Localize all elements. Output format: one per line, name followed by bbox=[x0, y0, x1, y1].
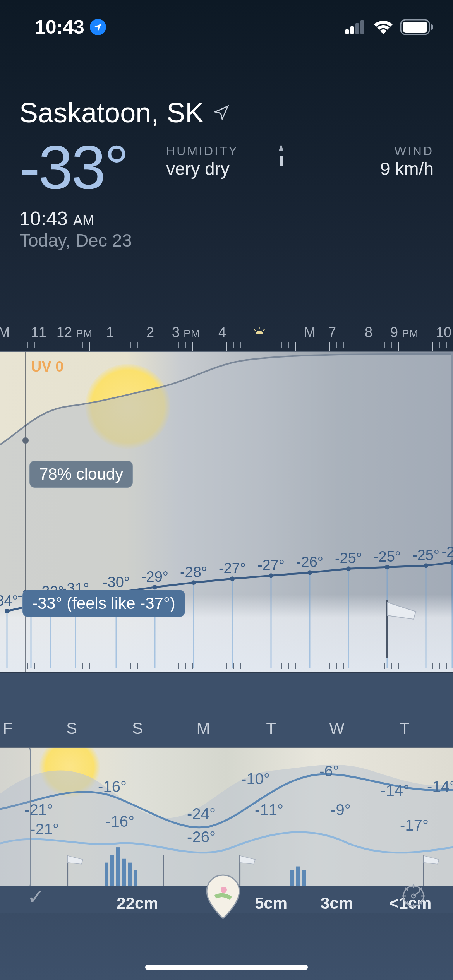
day-label: F bbox=[3, 719, 13, 738]
ruler-hour: 8 bbox=[365, 324, 372, 341]
day-label: S bbox=[132, 719, 143, 738]
hourly-time-ruler[interactable]: M1112 PM123 PM4M789 PM10 4:58 PM bbox=[0, 320, 453, 351]
wifi-icon bbox=[373, 20, 393, 34]
ruler-hour: 2 bbox=[146, 324, 154, 341]
battery-icon bbox=[400, 19, 434, 35]
hourly-temp-label: -25° bbox=[335, 550, 362, 567]
svg-point-39 bbox=[269, 573, 273, 578]
hourly-temp-label: -29° bbox=[141, 569, 168, 585]
svg-marker-62 bbox=[424, 856, 439, 864]
svg-marker-60 bbox=[68, 856, 83, 864]
svg-rect-2 bbox=[355, 23, 359, 34]
svg-point-38 bbox=[230, 576, 235, 581]
ruler-hour: 9 PM bbox=[390, 324, 418, 341]
hourly-forecast-chart[interactable]: UV 0 78% cloudy 34°-33°-32°-31°-30°-29°-… bbox=[0, 351, 453, 673]
hourly-temp-label: -26° bbox=[296, 554, 323, 571]
svg-marker-46 bbox=[387, 602, 416, 619]
hourly-temp-label: -27° bbox=[257, 557, 285, 574]
current-temp-pill: -33° (feels like -37°) bbox=[22, 590, 185, 617]
hourly-temp-label: -25° bbox=[412, 547, 439, 564]
sunset-icon bbox=[252, 327, 267, 334]
day-label: W bbox=[329, 719, 345, 738]
ruler-hour: 1 bbox=[106, 324, 114, 341]
svg-point-63 bbox=[221, 887, 227, 893]
current-temperature: -33° bbox=[19, 136, 127, 198]
svg-point-41 bbox=[346, 566, 351, 571]
day-label: T bbox=[266, 719, 276, 738]
svg-rect-1 bbox=[350, 26, 354, 34]
humidity-value: very dry bbox=[166, 158, 239, 179]
sunset-time: 4:58 PM bbox=[237, 320, 282, 338]
ruler-hour: 12 PM bbox=[57, 324, 92, 341]
checkmark-button[interactable]: ✓ bbox=[27, 885, 45, 909]
svg-line-14 bbox=[263, 329, 265, 331]
svg-rect-6 bbox=[431, 24, 433, 30]
svg-marker-9 bbox=[279, 144, 283, 151]
status-bar: 10:43 bbox=[0, 0, 453, 46]
svg-marker-61 bbox=[240, 856, 256, 864]
hourly-temp-label: -27° bbox=[219, 560, 246, 577]
wind-label: WIND bbox=[380, 144, 434, 158]
status-right bbox=[345, 19, 434, 35]
weather-header: Saskatoon, SK -33° HUMIDITY very dry WIN… bbox=[0, 46, 453, 251]
hourly-temp-label: -24 bbox=[442, 544, 453, 560]
svg-point-40 bbox=[307, 570, 312, 575]
svg-point-42 bbox=[385, 565, 390, 569]
settings-button[interactable] bbox=[401, 884, 426, 910]
location-arrow-outline-icon bbox=[213, 104, 230, 121]
hourly-temp-label: -28° bbox=[180, 564, 207, 581]
humidity-label: HUMIDITY bbox=[166, 144, 239, 158]
day-label: T bbox=[400, 719, 410, 738]
ruler-hour: 3 PM bbox=[172, 324, 200, 341]
day-label: M bbox=[197, 719, 210, 738]
svg-rect-3 bbox=[360, 20, 364, 34]
svg-rect-5 bbox=[403, 22, 427, 33]
svg-point-11 bbox=[256, 331, 263, 334]
ruler-hour: 10 bbox=[436, 324, 451, 341]
current-time: 10:43 AM bbox=[19, 207, 434, 230]
hourly-temp-label: -30° bbox=[103, 574, 130, 591]
ruler-hour: M bbox=[0, 324, 10, 341]
cellular-icon bbox=[345, 20, 366, 34]
daily-forecast-chart[interactable]: -21°-16°-16°-24°-10°-11°-6°-9°-14°-14°-1… bbox=[0, 747, 453, 886]
wind-value: 9 km/h bbox=[380, 158, 434, 179]
home-indicator[interactable] bbox=[145, 965, 308, 970]
ruler-hour: 4 bbox=[218, 324, 226, 341]
location-arrow-icon bbox=[90, 19, 106, 35]
svg-point-37 bbox=[191, 580, 196, 585]
daily-windsocks bbox=[0, 748, 453, 886]
windsock-icon bbox=[383, 600, 418, 658]
day-label: S bbox=[66, 719, 77, 738]
city-name: Saskatoon, SK bbox=[19, 97, 204, 128]
cloud-cover-pill: 78% cloudy bbox=[29, 461, 133, 488]
svg-line-13 bbox=[254, 329, 256, 331]
ruler-hour: 7 bbox=[328, 324, 336, 341]
svg-point-44 bbox=[450, 560, 453, 565]
ruler-hour: 11 bbox=[31, 324, 46, 341]
status-time: 10:43 bbox=[35, 16, 84, 38]
svg-point-43 bbox=[424, 563, 428, 568]
daily-forecast[interactable]: FSSMTWT bbox=[0, 719, 453, 913]
compass-icon bbox=[262, 140, 300, 194]
hourly-temp-label: 34° bbox=[0, 593, 18, 609]
svg-point-36 bbox=[153, 585, 157, 589]
svg-point-31 bbox=[5, 609, 9, 613]
svg-rect-0 bbox=[345, 29, 349, 34]
svg-rect-10 bbox=[280, 156, 283, 166]
hourly-temp-label: -25° bbox=[374, 548, 401, 565]
current-date: Today, Dec 23 bbox=[19, 230, 434, 251]
ruler-hour: M bbox=[304, 324, 316, 341]
current-time-marker bbox=[25, 352, 26, 672]
gear-icon bbox=[401, 884, 426, 908]
